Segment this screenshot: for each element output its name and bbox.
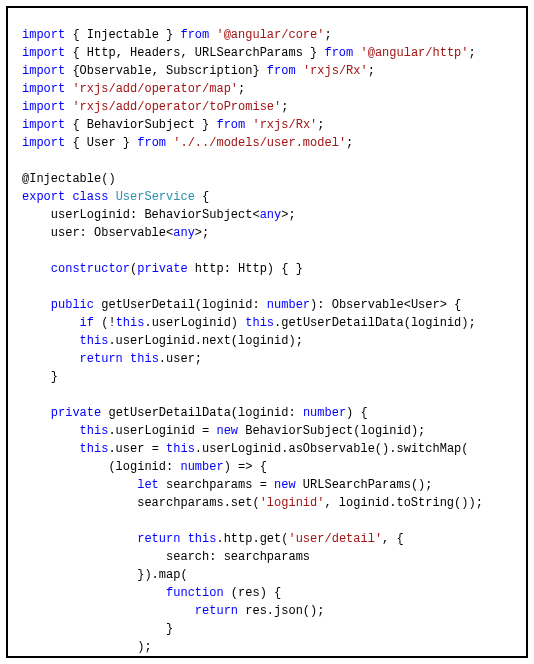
code-token: .http.get( — [216, 532, 288, 546]
code-token: .user; — [159, 352, 202, 366]
code-line: import { User } from './../models/user.m… — [22, 136, 353, 150]
code-token: private — [51, 406, 101, 420]
code-token: this — [80, 424, 109, 438]
code-token — [22, 532, 137, 546]
code-token: searchparams.set( — [22, 496, 260, 510]
code-token: (! — [94, 316, 116, 330]
code-line: constructor(private http: Http) { } — [22, 262, 303, 276]
code-token: user: Observable< — [22, 226, 173, 240]
code-token: searchparams = — [159, 478, 274, 492]
code-token: @Injectable() — [22, 172, 116, 186]
code-token: { Injectable } — [65, 28, 180, 42]
code-token: import — [22, 136, 65, 150]
code-token: { — [195, 190, 209, 204]
code-token: { BehaviorSubject } — [65, 118, 216, 132]
code-token: 'rxjs/add/operator/toPromise' — [72, 100, 281, 114]
code-token: from — [216, 118, 245, 132]
code-token: >; — [195, 226, 209, 240]
code-token: public — [51, 298, 94, 312]
code-line: import { BehaviorSubject } from 'rxjs/Rx… — [22, 118, 324, 132]
code-token: return — [137, 532, 180, 546]
code-line: ); — [22, 640, 152, 654]
code-token: 'rxjs/add/operator/map' — [72, 82, 238, 96]
code-token: from — [324, 46, 353, 60]
code-token: import — [22, 64, 65, 78]
code-token: export — [22, 190, 65, 204]
code-token: ) => { — [224, 460, 267, 474]
code-line: } — [22, 370, 58, 384]
code-token — [296, 64, 303, 78]
code-token: import — [22, 46, 65, 60]
code-line: public getUserDetail(loginid: number): O… — [22, 298, 461, 312]
code-token — [180, 532, 187, 546]
code-token: function — [166, 586, 224, 600]
code-token: '@angular/http' — [360, 46, 468, 60]
code-token — [22, 442, 80, 456]
code-token: constructor — [51, 262, 130, 276]
code-token: return — [195, 604, 238, 618]
code-token: ; — [281, 100, 288, 114]
code-line: return this.http.get('user/detail', { — [22, 532, 404, 546]
code-token: class — [72, 190, 108, 204]
code-token: userLoginid: BehaviorSubject< — [22, 208, 260, 222]
code-token — [22, 586, 166, 600]
code-token: ; — [368, 64, 375, 78]
code-token: '@angular/core' — [216, 28, 324, 42]
code-line: import 'rxjs/add/operator/map'; — [22, 82, 245, 96]
code-line: (loginid: number) => { — [22, 460, 267, 474]
code-token: .userLoginid.next(loginid); — [108, 334, 302, 348]
code-token — [108, 190, 115, 204]
code-line: userLoginid: BehaviorSubject<any>; — [22, 208, 296, 222]
code-token: BehaviorSubject(loginid); — [238, 424, 425, 438]
code-line: } — [22, 622, 173, 636]
code-line: }).map( — [22, 568, 188, 582]
code-token: if — [80, 316, 94, 330]
code-line: export class UserService { — [22, 190, 209, 204]
code-token: import — [22, 100, 65, 114]
code-token: number — [267, 298, 310, 312]
code-token — [22, 352, 80, 366]
code-token: number — [303, 406, 346, 420]
code-token: import — [22, 82, 65, 96]
code-token: >; — [281, 208, 295, 222]
code-line: let searchparams = new URLSearchParams()… — [22, 478, 432, 492]
code-token: .userLoginid) — [144, 316, 245, 330]
code-token: this — [80, 442, 109, 456]
code-token: new — [274, 478, 296, 492]
code-token: this — [116, 316, 145, 330]
code-token: URLSearchParams(); — [296, 478, 433, 492]
code-token: private — [137, 262, 187, 276]
code-line: import {Observable, Subscription} from '… — [22, 64, 375, 78]
code-token: } — [22, 622, 173, 636]
code-token: this — [130, 352, 159, 366]
code-token: any — [173, 226, 195, 240]
code-token: , { — [382, 532, 404, 546]
code-token: ); — [22, 640, 152, 654]
code-token: (loginid: — [22, 460, 180, 474]
code-token: search: searchparams — [22, 550, 310, 564]
code-token: ) { — [346, 406, 368, 420]
code-token — [22, 298, 51, 312]
code-line: this.user = this.userLoginid.asObservabl… — [22, 442, 469, 456]
code-token — [22, 262, 51, 276]
code-line: search: searchparams — [22, 550, 310, 564]
code-token: { Http, Headers, URLSearchParams } — [65, 46, 324, 60]
code-token: , loginid.toString()); — [324, 496, 482, 510]
code-token: this — [245, 316, 274, 330]
code-token — [22, 316, 80, 330]
code-token: }).map( — [22, 568, 188, 582]
code-token: number — [180, 460, 223, 474]
code-token: let — [137, 478, 159, 492]
code-token: getUserDetail(loginid: — [94, 298, 267, 312]
code-token: this — [166, 442, 195, 456]
code-token: import — [22, 118, 65, 132]
code-line: import { Http, Headers, URLSearchParams … — [22, 46, 476, 60]
code-token: './../models/user.model' — [173, 136, 346, 150]
code-line: import 'rxjs/add/operator/toPromise'; — [22, 100, 288, 114]
code-token: } — [22, 370, 58, 384]
code-token: import — [22, 28, 65, 42]
code-token: return — [80, 352, 123, 366]
code-line: return res.json(); — [22, 604, 324, 618]
code-line: import { Injectable } from '@angular/cor… — [22, 28, 332, 42]
code-token: ): Observable<User> { — [310, 298, 461, 312]
